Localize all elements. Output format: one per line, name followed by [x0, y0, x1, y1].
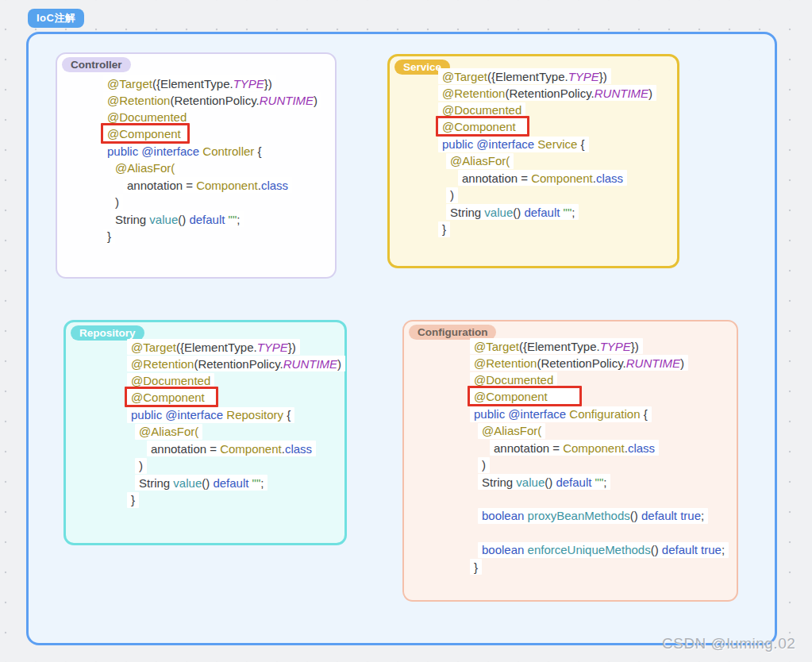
- code-line: @Retention(RetentionPolicy.RUNTIME): [470, 355, 729, 371]
- card-service-annotation[interactable]: Service @Target({ElementType.TYPE})@Rete…: [387, 54, 679, 268]
- code-line: @AliasFor(: [127, 424, 345, 441]
- code-line: @Component: [438, 119, 656, 136]
- component-annotation-highlight-box: @Component: [125, 387, 218, 407]
- code-line: boolean proxyBeanMethods() default true;: [470, 508, 729, 525]
- code-block-configuration: @Target({ElementType.TYPE})@Retention(Re…: [470, 338, 729, 575]
- code-line: String value() default "";: [127, 475, 345, 491]
- code-line: }: [470, 559, 729, 575]
- code-line: String value() default "";: [103, 211, 321, 228]
- code-line: @Retention(RetentionPolicy.RUNTIME): [103, 92, 321, 109]
- code-line: }: [438, 221, 656, 238]
- code-line: public @interface Repository {: [127, 407, 345, 424]
- code-line: ): [470, 457, 729, 474]
- code-line: @AliasFor(: [103, 160, 321, 177]
- code-blank-line: [470, 525, 729, 541]
- code-line: @AliasFor(: [438, 153, 656, 170]
- card-label-controller: Controller: [62, 57, 131, 72]
- code-block-service: @Target({ElementType.TYPE})@Retention(Re…: [438, 68, 656, 238]
- code-line: String value() default "";: [438, 204, 656, 221]
- code-block-controller: @Target({ElementType.TYPE})@Retention(Re…: [103, 75, 321, 245]
- code-line: annotation = Component.class: [103, 177, 321, 194]
- canvas-note-title[interactable]: IoC注解: [28, 9, 84, 28]
- component-annotation-highlight-box: @Component: [101, 123, 190, 144]
- component-annotation-highlight-box: @Component: [468, 386, 582, 406]
- code-line: @Retention(RetentionPolicy.RUNTIME): [438, 85, 656, 102]
- card-configuration-annotation[interactable]: Configuration @Target({ElementType.TYPE}…: [402, 320, 738, 602]
- code-line: annotation = Component.class: [438, 170, 656, 187]
- code-line: annotation = Component.class: [470, 440, 729, 456]
- code-line: @Component: [127, 390, 345, 406]
- code-line: public @interface Service {: [438, 137, 656, 153]
- code-line: boolean enforceUniqueMethods() default t…: [470, 542, 729, 559]
- card-repository-annotation[interactable]: Repository @Target({ElementType.TYPE})@R…: [63, 320, 347, 545]
- code-line: }: [103, 229, 321, 245]
- code-line: @Component: [470, 389, 729, 406]
- csdn-watermark: CSDN @luming.02: [662, 635, 795, 652]
- code-line: public @interface Controller {: [103, 144, 321, 160]
- code-line: @Target({ElementType.TYPE}): [470, 338, 729, 355]
- ioc-annotations-group-frame[interactable]: Controller @Target({ElementType.TYPE})@R…: [26, 32, 777, 645]
- code-line: @Target({ElementType.TYPE}): [103, 75, 321, 92]
- code-line: @Component: [103, 126, 321, 143]
- code-line: String value() default "";: [470, 474, 729, 491]
- code-blank-line: [470, 491, 729, 508]
- code-line: @Target({ElementType.TYPE}): [127, 339, 345, 356]
- code-line: @AliasFor(: [470, 423, 729, 440]
- code-line: ): [127, 458, 345, 475]
- card-controller-annotation[interactable]: Controller @Target({ElementType.TYPE})@R…: [56, 52, 337, 279]
- component-annotation-highlight-box: @Component: [436, 116, 529, 137]
- code-line: annotation = Component.class: [127, 441, 345, 457]
- canvas: { "note_badge": "IoC注解", "watermark": "C…: [0, 0, 812, 662]
- code-line: ): [438, 187, 656, 204]
- code-line: @Retention(RetentionPolicy.RUNTIME): [127, 356, 345, 372]
- code-line: }: [127, 492, 345, 509]
- code-line: @Target({ElementType.TYPE}): [438, 68, 656, 85]
- code-line: ): [103, 194, 321, 211]
- code-line: public @interface Configuration {: [470, 406, 729, 423]
- code-block-repository: @Target({ElementType.TYPE})@Retention(Re…: [127, 339, 345, 509]
